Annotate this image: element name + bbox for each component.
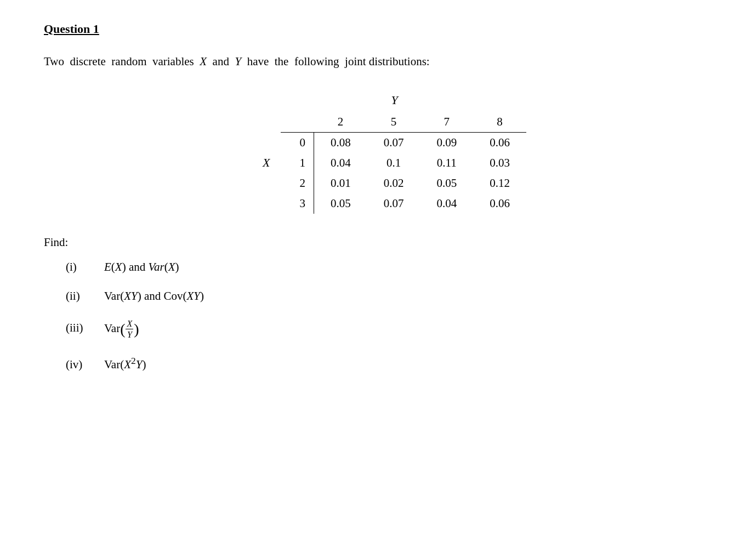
item-content-iv: Var(X2Y) — [104, 355, 146, 372]
table-row: 0 0.08 0.07 0.09 0.06 — [281, 132, 526, 153]
find-item-iv: (iv) Var(X2Y) — [66, 355, 712, 372]
intro-paragraph: Two discrete random variables X and Y ha… — [44, 53, 712, 71]
row-label-1: 1 — [281, 153, 314, 173]
col-header-2: 2 — [314, 112, 367, 133]
col-header-7: 7 — [420, 112, 473, 133]
cell-3-2: 0.05 — [314, 193, 367, 214]
cell-1-8: 0.03 — [473, 153, 526, 173]
item-label-i: (i) — [66, 260, 104, 274]
item-content-i: E(X) and Var(X) — [104, 260, 179, 274]
table-row: 1 0.04 0.1 0.11 0.03 — [281, 153, 526, 173]
x-label: X — [263, 156, 270, 170]
cell-0-2: 0.08 — [314, 132, 367, 153]
table-row: 2 0.01 0.02 0.05 0.12 — [281, 173, 526, 193]
table-row: 3 0.05 0.07 0.04 0.06 — [281, 193, 526, 214]
cell-1-2: 0.04 — [314, 153, 367, 173]
cell-3-5: 0.07 — [367, 193, 420, 214]
row-label-2: 2 — [281, 173, 314, 193]
item-label-iv: (iv) — [66, 358, 104, 372]
row-label-0: 0 — [281, 132, 314, 153]
question-title: Question 1 — [44, 22, 712, 36]
y-label: Y — [391, 93, 397, 107]
find-items: (i) E(X) and Var(X) (ii) Var(XY) and Cov… — [66, 260, 712, 372]
item-content-ii: Var(XY) and Cov(XY) — [104, 289, 204, 303]
cell-2-8: 0.12 — [473, 173, 526, 193]
row-label-3: 3 — [281, 193, 314, 214]
cell-2-2: 0.01 — [314, 173, 367, 193]
var-y: Y — [235, 55, 241, 68]
item-label-ii: (ii) — [66, 289, 104, 303]
corner-header — [281, 112, 314, 133]
cell-2-5: 0.02 — [367, 173, 420, 193]
cell-0-5: 0.07 — [367, 132, 420, 153]
item-label-iii: (iii) — [66, 321, 104, 335]
item-content-iii: Var(XY) — [104, 318, 139, 340]
cell-0-8: 0.06 — [473, 132, 526, 153]
find-item-ii: (ii) Var(XY) and Cov(XY) — [66, 289, 712, 303]
cell-3-7: 0.04 — [420, 193, 473, 214]
var-x: X — [200, 55, 207, 68]
find-item-iii: (iii) Var(XY) — [66, 318, 712, 340]
cell-3-8: 0.06 — [473, 193, 526, 214]
cell-0-7: 0.09 — [420, 132, 473, 153]
find-item-i: (i) E(X) and Var(X) — [66, 260, 712, 274]
word-and: and — [213, 55, 229, 68]
joint-distribution-table: 2 5 7 8 0 0.08 0.07 0.09 0.06 1 0.04 0.1 — [281, 112, 526, 214]
col-header-8: 8 — [473, 112, 526, 133]
cell-2-7: 0.05 — [420, 173, 473, 193]
col-header-5: 5 — [367, 112, 420, 133]
cell-1-7: 0.11 — [420, 153, 473, 173]
cell-1-5: 0.1 — [367, 153, 420, 173]
table-section: Y X 2 5 7 8 0 0.08 0.07 0.09 — [77, 93, 712, 214]
find-label: Find: — [44, 236, 712, 249]
